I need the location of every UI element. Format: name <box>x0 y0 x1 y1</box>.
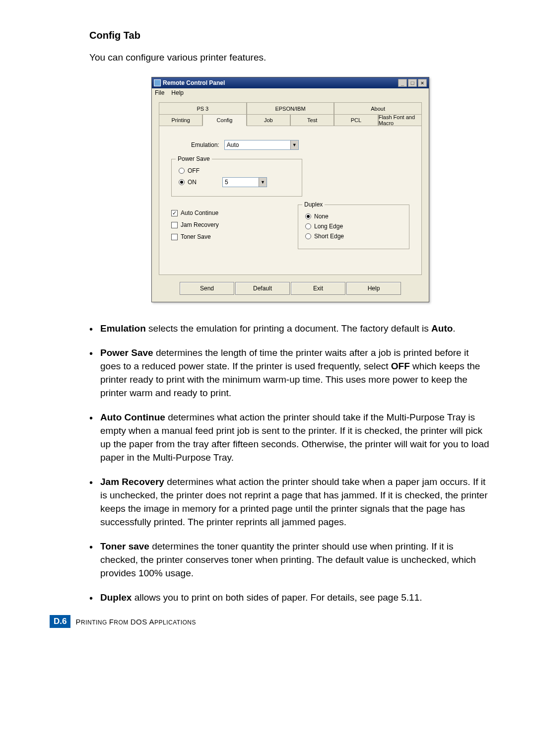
tabstrip: PS 3 EPSON/IBM About Printing Config Job… <box>159 102 422 126</box>
bullet-emulation: Emulation selects the emulation for prin… <box>89 322 491 336</box>
power-save-group: Power Save OFF ON 5 ▼ <box>171 159 302 197</box>
menu-help[interactable]: Help <box>171 89 184 96</box>
duplex-group: Duplex None Long Edge Shor <box>298 205 409 249</box>
body-text: selects the emulation for printing a doc… <box>146 323 431 334</box>
jam-recovery-checkbox[interactable] <box>171 222 178 228</box>
duplex-title: Duplex <box>302 201 325 208</box>
duplex-short-label: Short Edge <box>314 233 344 240</box>
remote-control-panel-window: Remote Control Panel _ □ × File Help PS … <box>151 77 429 302</box>
power-save-on-label: ON <box>188 179 197 186</box>
jam-recovery-label: Jam Recovery <box>181 221 219 228</box>
window-title: Remote Control Panel <box>163 79 225 86</box>
bold-term: OFF <box>391 361 410 371</box>
bold-term: Emulation <box>100 323 146 334</box>
config-panel: Emulation: Auto ▼ Power Save OFF ON <box>159 126 422 275</box>
power-save-off-radio[interactable] <box>179 168 185 174</box>
footer-cap: P <box>75 618 81 626</box>
power-save-minutes-combo[interactable]: 5 ▼ <box>222 177 267 187</box>
tab-ps3[interactable]: PS 3 <box>159 102 247 114</box>
tab-flash-font-macro[interactable]: Flash Font and Macro <box>378 114 422 126</box>
bullet-power-save: Power Save determines the length of time… <box>89 346 491 400</box>
bullet-jam-recovery: Jam Recovery determines what action the … <box>89 476 491 529</box>
power-save-title: Power Save <box>176 155 212 162</box>
footer-cap: DOS A <box>131 618 154 626</box>
power-save-off-label: OFF <box>188 167 200 174</box>
body-text: allows you to print on both sides of pap… <box>132 592 422 603</box>
footer-small: RINTING <box>81 619 109 626</box>
bold-term: Auto <box>431 323 453 334</box>
duplex-long-radio[interactable] <box>305 223 311 229</box>
auto-continue-label: Auto Continue <box>181 209 218 216</box>
chevron-down-icon: ▼ <box>259 178 267 187</box>
page-number-badge: D.6 <box>50 615 70 628</box>
minimize-button[interactable]: _ <box>398 79 407 87</box>
bold-term: Toner save <box>100 541 149 551</box>
emulation-combo[interactable]: Auto ▼ <box>224 140 299 150</box>
body-text: determines the toner quantity the printe… <box>100 541 476 578</box>
tab-config[interactable]: Config <box>202 114 246 126</box>
menu-file[interactable]: File <box>155 89 164 96</box>
duplex-long-label: Long Edge <box>314 223 343 230</box>
tab-test[interactable]: Test <box>290 114 334 126</box>
titlebar: Remote Control Panel _ □ × <box>152 77 429 88</box>
emulation-label: Emulation: <box>191 141 219 148</box>
footer-caption: PRINTING FROM DOS APPLICATIONS <box>75 618 196 626</box>
tab-epson-ibm[interactable]: EPSON/IBM <box>247 102 335 114</box>
toner-save-checkbox[interactable] <box>171 234 178 240</box>
body-text: . <box>453 323 455 334</box>
bullet-duplex: Duplex allows you to print on both sides… <box>89 591 491 605</box>
app-icon <box>154 79 161 86</box>
toner-save-label: Toner Save <box>181 233 211 240</box>
tab-pcl[interactable]: PCL <box>334 114 378 126</box>
bold-term: Auto Continue <box>100 412 165 422</box>
maximize-button[interactable]: □ <box>408 79 417 87</box>
footer-small: ROM <box>114 619 130 626</box>
menubar: File Help <box>152 88 429 97</box>
duplex-none-radio[interactable] <box>305 213 311 219</box>
auto-continue-checkbox[interactable] <box>171 210 178 216</box>
bold-term: Power Save <box>100 347 153 358</box>
emulation-value: Auto <box>225 141 290 148</box>
duplex-none-label: None <box>314 213 329 220</box>
intro-text: You can configure various printer featur… <box>89 52 491 63</box>
bullet-auto-continue: Auto Continue determines what action the… <box>89 411 491 465</box>
help-button[interactable]: Help <box>346 282 401 295</box>
duplex-short-radio[interactable] <box>305 233 311 239</box>
section-heading: Config Tab <box>89 30 491 41</box>
default-button[interactable]: Default <box>235 282 290 295</box>
feature-list: Emulation selects the emulation for prin… <box>89 322 491 604</box>
tab-about[interactable]: About <box>334 102 422 114</box>
chevron-down-icon: ▼ <box>290 140 298 149</box>
bold-term: Duplex <box>100 592 132 603</box>
power-save-minutes-value: 5 <box>223 179 259 186</box>
bold-term: Jam Recovery <box>100 477 164 487</box>
bullet-toner-save: Toner save determines the toner quantity… <box>89 540 491 580</box>
footer-small: PPLICATIONS <box>154 619 196 626</box>
power-save-on-radio[interactable] <box>179 179 185 185</box>
page-footer: D.6 PRINTING FROM DOS APPLICATIONS <box>50 615 491 628</box>
footer-cap: F <box>109 618 114 626</box>
tab-printing[interactable]: Printing <box>159 114 202 126</box>
exit-button[interactable]: Exit <box>291 282 345 295</box>
send-button[interactable]: Send <box>180 282 234 295</box>
tab-job[interactable]: Job <box>247 114 290 126</box>
close-button[interactable]: × <box>418 79 427 87</box>
